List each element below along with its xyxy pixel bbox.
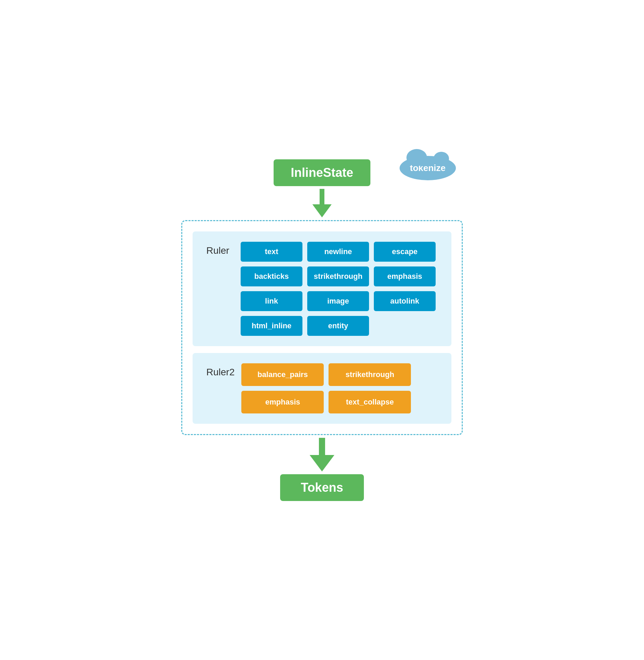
ruler1-item-link: link — [241, 291, 302, 311]
dashed-outer-container: Ruler textnewlineescapebackticksstriketh… — [181, 220, 463, 435]
ruler2-panel: Ruler2 balance_pairsstrikethroughemphasi… — [193, 353, 451, 424]
ruler2-item-emphasis: emphasis — [241, 391, 324, 413]
ruler1-item-entity: entity — [307, 316, 369, 336]
arrow-shaft-top — [320, 189, 324, 204]
ruler1-item-text: text — [241, 242, 302, 262]
ruler1-item-html_inline: html_inline — [241, 316, 302, 336]
diagram-container: tokenize InlineState Ruler textnewlinees… — [168, 146, 476, 515]
arrow-inline-state-down — [312, 189, 332, 217]
ruler2-item-strikethrough: strikethrough — [329, 363, 411, 386]
ruler2-item-balance_pairs: balance_pairs — [241, 363, 324, 386]
inline-state-label: InlineState — [291, 166, 353, 180]
arrow-tokens-down — [310, 438, 334, 471]
tokenize-cloud: tokenize — [400, 156, 456, 180]
ruler-panel: Ruler textnewlineescapebackticksstriketh… — [193, 231, 451, 346]
ruler2-grid: balance_pairsstrikethroughemphasistext_c… — [241, 363, 411, 413]
inline-state-box: InlineState — [274, 159, 370, 186]
tokenize-label: tokenize — [410, 163, 446, 173]
ruler1-item-escape: escape — [374, 242, 436, 262]
tokenize-cloud-container: tokenize — [400, 156, 456, 180]
ruler1-item-emphasis: emphasis — [374, 266, 436, 286]
ruler1-item-backticks: backticks — [241, 266, 302, 286]
ruler-label: Ruler — [206, 242, 234, 256]
tokens-label: Tokens — [301, 480, 343, 494]
ruler1-item-image: image — [307, 291, 369, 311]
ruler1-item-strikethrough: strikethrough — [307, 266, 369, 286]
ruler1-item-newline: newline — [307, 242, 369, 262]
arrow-head-bottom — [310, 455, 334, 471]
arrow-shaft-bottom — [319, 438, 325, 455]
ruler1-item-autolink: autolink — [374, 291, 436, 311]
ruler2-label: Ruler2 — [206, 363, 234, 378]
ruler-grid: textnewlineescapebackticksstrikethroughe… — [241, 242, 441, 336]
ruler2-item-text_collapse: text_collapse — [329, 391, 411, 413]
tokens-box: Tokens — [280, 474, 364, 501]
arrow-head-top — [312, 204, 332, 217]
